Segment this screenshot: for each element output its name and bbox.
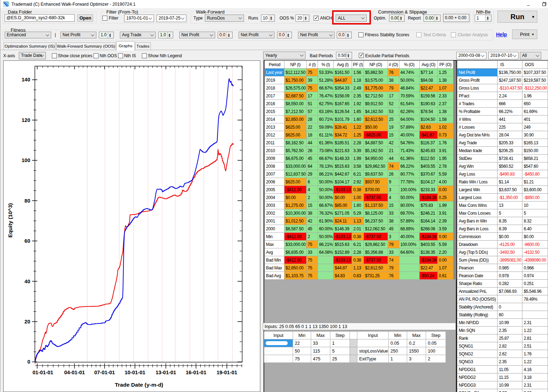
svg-text:20: 20 <box>25 319 30 324</box>
svg-text:40: 40 <box>25 279 30 284</box>
svg-text:13-01-01: 13-01-01 <box>155 370 176 375</box>
svg-text:100: 100 <box>22 157 30 163</box>
svg-text:Equity (10^3): Equity (10^3) <box>7 203 13 238</box>
svg-text:120: 120 <box>22 117 30 123</box>
svg-text:Trade Date (y-m-d): Trade Date (y-m-d) <box>115 382 163 388</box>
svg-text:0: 0 <box>27 359 30 365</box>
svg-text:140: 140 <box>22 77 30 82</box>
svg-text:10-01-01: 10-01-01 <box>124 370 145 375</box>
svg-text:80: 80 <box>25 198 30 204</box>
svg-text:19-01-01: 19-01-01 <box>217 370 237 375</box>
svg-text:01-01-01: 01-01-01 <box>32 370 53 375</box>
svg-text:16-01-01: 16-01-01 <box>186 370 206 375</box>
svg-text:60: 60 <box>25 238 30 244</box>
svg-text:04-01-01: 04-01-01 <box>64 370 85 375</box>
svg-text:07-01-01: 07-01-01 <box>94 370 115 375</box>
